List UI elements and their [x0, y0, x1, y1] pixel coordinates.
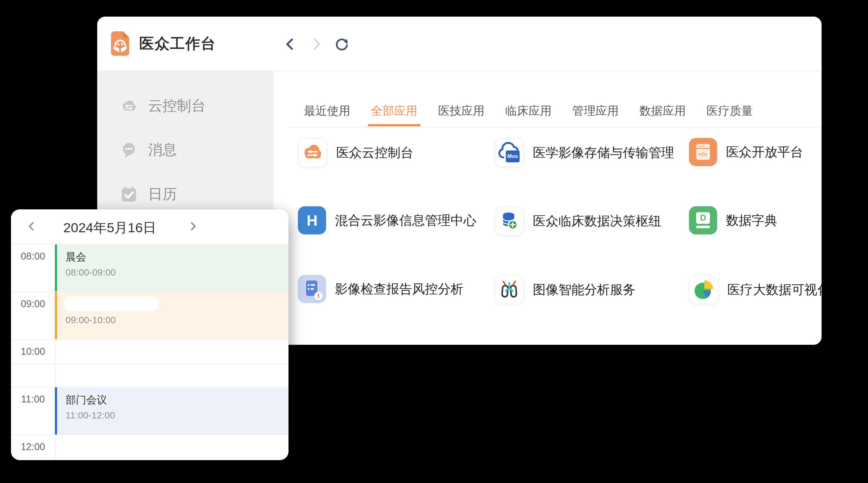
tabs-divider [288, 127, 822, 128]
sidebar-item-messages[interactable]: 消息 [120, 140, 177, 160]
calendar-header: 2024年5月16日 [11, 210, 288, 244]
event-time: 08:00-09:00 [66, 267, 116, 278]
tab-data[interactable]: 数据应用 [639, 103, 686, 126]
refresh-button[interactable] [334, 37, 349, 52]
time-label: 12:00 [11, 441, 55, 453]
tab-quality[interactable]: 医疗质量 [706, 103, 753, 126]
time-label: 11:00 [11, 394, 55, 405]
database-plus-icon [495, 206, 524, 236]
page-background: 医众工作台 [0, 0, 868, 483]
pie-chart-icon [689, 275, 718, 304]
calendar-event-morning-meeting[interactable]: 晨会 08:00-09:00 [55, 245, 288, 291]
app-name: 医众临床数据决策枢纽 [533, 213, 661, 230]
app-name: 影像检查报告风控分析 [335, 281, 463, 298]
forward-button[interactable] [309, 37, 323, 52]
tab-medtech[interactable]: 医技应用 [437, 103, 485, 126]
app-name: 医众云控制台 [336, 144, 413, 161]
calendar-date-label: 2024年5月16日 [49, 219, 171, 237]
event-title: 部门会议 [66, 393, 107, 407]
h-glyph: H [298, 206, 326, 234]
cloud-storage-icon: Mos [495, 138, 524, 167]
tab-management[interactable]: 管理应用 [572, 103, 619, 126]
chevron-left-icon [26, 221, 37, 232]
next-day-button[interactable] [187, 220, 199, 232]
calendar-event-redacted[interactable]: 09:00-10:00 [55, 292, 288, 339]
chevron-right-icon [309, 37, 323, 52]
app-tile[interactable]: 医众云控制台 [298, 138, 413, 167]
back-button[interactable] [283, 37, 298, 52]
chevron-right-icon [188, 221, 198, 232]
dictionary-book-icon: D [689, 206, 717, 234]
tab-clinical[interactable]: 临床应用 [504, 103, 552, 126]
window-header: 医众工作台 [97, 17, 822, 71]
app-name: 医疗大数据可视化 [727, 281, 822, 298]
app-tile[interactable]: </> 医众开放平台 [689, 138, 803, 166]
calendar-day-grid: 08:00 09:00 10:00 11:00 12:00 晨会 08:00-0… [11, 244, 288, 460]
redacted-event-title [64, 296, 159, 311]
app-tile[interactable]: 图像智能分析服务 [495, 275, 636, 304]
tab-bar: 最近使用 全部应用 医技应用 临床应用 管理应用 数据应用 医疗质量 [303, 103, 753, 126]
chevron-left-icon [283, 37, 298, 52]
tab-all-apps[interactable]: 全部应用 [370, 103, 418, 126]
event-title: 晨会 [66, 250, 86, 264]
time-label: 08:00 [11, 251, 55, 262]
app-logo-icon [111, 31, 129, 56]
main-content: 最近使用 全部应用 医技应用 临床应用 管理应用 数据应用 医疗质量 [274, 71, 822, 345]
time-label: 10:00 [11, 346, 55, 357]
letter-h-icon: H [298, 206, 326, 234]
event-color-bar [55, 245, 57, 291]
lungs-icon [495, 275, 524, 304]
mos-label: Mos [506, 151, 520, 162]
prev-day-button[interactable] [25, 220, 38, 232]
tab-recent[interactable]: 最近使用 [303, 103, 351, 126]
refresh-icon [334, 36, 349, 52]
cloud-sliders-icon [298, 138, 328, 167]
sidebar-item-calendar[interactable]: 日历 [120, 184, 177, 204]
sidebar-item-label: 日历 [148, 185, 177, 204]
app-tile[interactable]: 医疗大数据可视化 [689, 275, 822, 304]
event-color-bar [55, 292, 57, 339]
calendar-icon [120, 185, 138, 203]
app-tile[interactable]: Mos 医学影像存储与传输管理 [495, 138, 674, 167]
report-alert-icon: ! [298, 275, 326, 303]
app-name: 医众开放平台 [726, 143, 803, 161]
time-label: 09:00 [11, 298, 55, 310]
message-icon [120, 140, 138, 159]
event-time: 09:00-10:00 [66, 315, 116, 325]
calendar-panel: 2024年5月16日 08:00 09:00 10:00 11:00 12:00 [11, 210, 288, 460]
sidebar-item-label: 消息 [148, 140, 177, 160]
app-name: 图像智能分析服务 [533, 281, 636, 298]
code-glyph: </> [696, 149, 710, 160]
app-name: 数据字典 [726, 212, 777, 229]
app-name: 混合云影像信息管理中心 [335, 212, 476, 229]
app-tile[interactable]: ! 影像检查报告风控分析 [298, 275, 463, 303]
cloud-console-icon [120, 97, 138, 115]
app-tile[interactable]: H 混合云影像信息管理中心 [298, 206, 476, 234]
event-color-bar [55, 387, 57, 434]
sidebar-item-label: 云控制台 [148, 96, 206, 116]
exclamation-glyph: ! [314, 292, 323, 300]
app-title: 医众工作台 [139, 34, 216, 54]
code-window-icon: </> [689, 138, 717, 166]
browser-nav [283, 37, 349, 52]
app-tile[interactable]: 医众临床数据决策枢纽 [495, 206, 661, 236]
sidebar-item-cloud-console[interactable]: 云控制台 [120, 96, 206, 116]
app-name: 医学影像存储与传输管理 [533, 144, 674, 161]
app-tile[interactable]: D 数据字典 [689, 206, 777, 234]
d-glyph: D [696, 212, 710, 224]
calendar-event-department-meeting[interactable]: 部门会议 11:00-12:00 [55, 387, 288, 434]
event-time: 11:00-12:00 [66, 410, 115, 421]
